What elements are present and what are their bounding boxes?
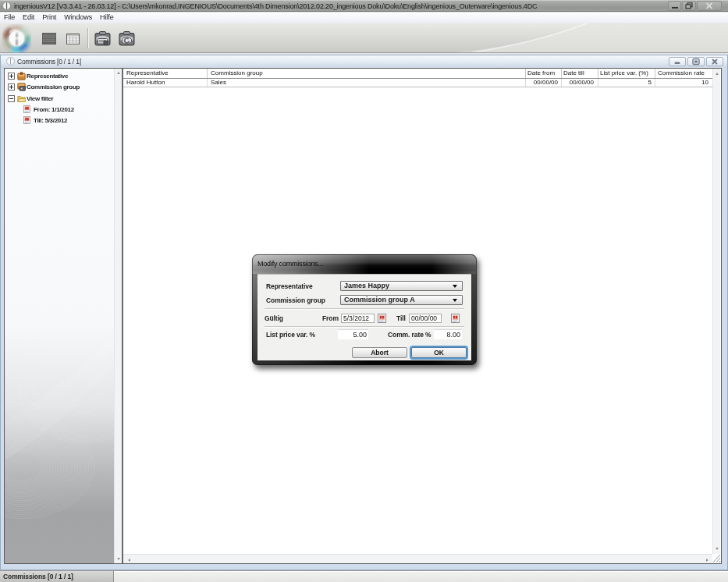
folder-printer-icon[interactable]	[94, 31, 111, 46]
table-vertical-scrollbar[interactable]	[712, 69, 720, 554]
commissions-titlebar: Commissions [0 / 1 / 1]	[1, 55, 727, 68]
status-window-tab[interactable]: Commissions [0 / 1 / 1]	[0, 571, 114, 582]
window-logo-icon	[6, 57, 15, 66]
tree-label: View filter	[27, 95, 53, 102]
cell-date-from: 00/00/00	[526, 79, 562, 87]
till-label: Till	[396, 314, 406, 322]
validity-label: Gültig	[265, 314, 283, 322]
menu-print[interactable]: Print	[38, 12, 60, 23]
column-date-from[interactable]: Date from	[526, 69, 562, 78]
tree-label: From: 1/1/2012	[34, 106, 74, 113]
calendar-picker-icon[interactable]	[378, 314, 386, 323]
box-icon	[17, 72, 26, 80]
tree-label: Commission group	[27, 83, 80, 90]
date-icon	[23, 116, 30, 124]
column-commission-rate[interactable]: Commission rate	[655, 69, 712, 78]
folder-open-icon	[17, 94, 26, 103]
grid-table-icon[interactable]	[42, 33, 56, 44]
resize-grip[interactable]	[712, 554, 721, 563]
modify-commissions-dialog: Modify commissions... Representative Jam…	[252, 254, 477, 365]
column-date-till[interactable]: Date till	[562, 69, 598, 78]
menubar: File Edit Print Windows Hilfe	[0, 12, 728, 23]
tree-item-view-filter[interactable]: View filter	[8, 93, 53, 104]
restore-button[interactable]	[682, 1, 696, 11]
representative-label: Representative	[266, 282, 313, 290]
cell-representative: Harold Hutton	[123, 79, 208, 87]
cell-list-price-var: 5	[598, 79, 655, 87]
application-window: ingeniousV12 [V3.3.41 - 26.03.12] - C:\U…	[0, 0, 728, 582]
dialog-separator	[265, 326, 464, 327]
dialog-body: Representative James Happy Commission gr…	[257, 274, 471, 360]
cell-date-till: 00/00/00	[562, 79, 598, 87]
toolbar-separator	[87, 28, 88, 48]
date-icon	[23, 105, 30, 113]
tree-item-till-date[interactable]: Till: 5/3/2012	[23, 115, 67, 126]
table-row[interactable]: Harold Hutton Sales 00/00/00 00/00/00 5 …	[123, 79, 712, 87]
box-group-icon	[17, 83, 26, 91]
menu-hilfe[interactable]: Hilfe	[96, 12, 118, 23]
toolbar	[0, 23, 728, 53]
ingenious-logo-icon[interactable]	[2, 24, 31, 53]
expand-plus-icon[interactable]	[8, 73, 15, 80]
tree-panel: Representative Commission group	[5, 69, 114, 563]
child-restore-button[interactable]	[687, 57, 705, 66]
status-tab-label: Commissions [0 / 1 / 1]	[0, 571, 113, 580]
menu-file[interactable]: File	[0, 12, 19, 23]
folder-export-icon[interactable]	[119, 31, 135, 46]
toolbar-swoosh-decoration	[400, 23, 728, 52]
cell-commission-rate: 10	[655, 79, 712, 87]
abort-button[interactable]: Abort	[352, 347, 407, 358]
ok-button[interactable]: OK	[411, 347, 467, 358]
tree-swoosh-decoration	[5, 326, 114, 563]
cell-commission-group: Sales	[208, 79, 526, 87]
tree-item-representative[interactable]: Representative	[8, 70, 68, 81]
tree-label: Representative	[27, 73, 68, 80]
scroll-down-icon[interactable]	[713, 545, 721, 552]
menu-edit[interactable]: Edit	[19, 12, 38, 23]
scroll-up-icon[interactable]	[713, 70, 721, 77]
close-button[interactable]	[697, 1, 722, 11]
child-minimize-button[interactable]	[669, 57, 686, 66]
dialog-title: Modify commissions...	[257, 260, 323, 268]
till-date-input[interactable]	[409, 314, 442, 323]
app-logo-icon	[2, 2, 11, 10]
commission-group-label: Commission group	[266, 296, 325, 304]
list-price-var-input[interactable]	[338, 329, 368, 339]
child-close-button[interactable]	[706, 57, 723, 66]
commission-group-value: Commission group A	[344, 296, 415, 303]
scroll-right-icon[interactable]	[703, 556, 711, 563]
chevron-down-icon	[453, 299, 457, 302]
list-price-var-label: List price var. %	[266, 331, 315, 339]
calendar-list-icon[interactable]	[66, 34, 80, 44]
tree-item-from-date[interactable]: From: 1/1/2012	[23, 104, 74, 115]
window-title: ingeniousV12 [V3.3.41 - 26.03.12] - C:\U…	[14, 2, 537, 10]
column-list-price-var[interactable]: List price var. (%)	[598, 69, 655, 78]
tree-item-commission-group[interactable]: Commission group	[8, 81, 80, 92]
chevron-down-icon	[453, 285, 457, 288]
tree-scrollbar[interactable]	[114, 69, 122, 563]
calendar-picker-icon[interactable]	[451, 314, 460, 323]
tree-label: Till: 5/3/2012	[34, 117, 67, 124]
minimize-button[interactable]	[668, 1, 681, 11]
collapse-minus-icon[interactable]	[8, 95, 15, 102]
expand-plus-icon[interactable]	[8, 83, 15, 90]
table-header: Representative Commission group Date fro…	[123, 69, 712, 79]
column-representative[interactable]: Representative	[123, 69, 208, 78]
document-window-title: Commissions [0 / 1 / 1]	[17, 58, 81, 66]
dialog-separator	[265, 308, 464, 309]
menu-windows[interactable]: Windows	[60, 12, 96, 23]
table-horizontal-scrollbar[interactable]	[123, 554, 712, 563]
scroll-left-icon[interactable]	[125, 556, 133, 563]
statusbar: Commissions [0 / 1 / 1]	[0, 570, 728, 582]
from-label: From	[322, 314, 339, 322]
main-titlebar: ingeniousV12 [V3.3.41 - 26.03.12] - C:\U…	[0, 0, 728, 12]
commission-group-dropdown[interactable]: Commission group A	[340, 295, 463, 305]
from-date-input[interactable]	[341, 314, 375, 323]
representative-dropdown[interactable]: James Happy	[340, 281, 463, 291]
column-commission-group[interactable]: Commission group	[208, 69, 526, 78]
representative-value: James Happy	[344, 282, 389, 289]
comm-rate-input[interactable]	[434, 329, 462, 339]
comm-rate-label: Comm. rate %	[388, 331, 431, 339]
